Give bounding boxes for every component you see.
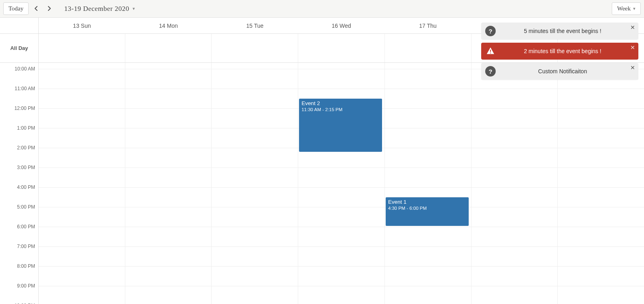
hour-label: 11:00 AM: [15, 86, 35, 91]
day-column[interactable]: [558, 63, 644, 304]
hour-label: 5:00 PM: [17, 204, 35, 210]
hour-gridline: [212, 246, 298, 247]
prev-button[interactable]: [31, 3, 42, 14]
time-gutter: 12:00 AM1:00 AM2:00 AM3:00 AM4:00 AM5:00…: [0, 63, 39, 304]
hour-gridline: [125, 227, 212, 227]
hour-gridline: [39, 108, 125, 109]
hour-gridline: [39, 207, 125, 207]
calendar-event[interactable]: Event 14:30 PM - 6:00 PM: [386, 197, 469, 226]
view-picker[interactable]: Week ▾: [612, 2, 641, 15]
chevron-down-icon: ▾: [133, 6, 135, 11]
hour-gridline: [298, 69, 384, 69]
hour-gridline: [212, 286, 298, 286]
toast: ?Custom Notificaiton✕: [481, 63, 638, 80]
hour-label: 8:00 PM: [17, 263, 35, 269]
hour-gridline: [298, 266, 384, 267]
allday-cell[interactable]: [125, 34, 212, 62]
day-header-label: 16 Wed: [332, 23, 351, 29]
day-column[interactable]: [125, 63, 212, 304]
hour-gridline: [125, 148, 212, 148]
warning-icon: [485, 46, 496, 56]
chevron-down-icon: ▾: [633, 6, 636, 11]
hour-gridline: [39, 246, 125, 247]
toast-message: Custom Notificaiton: [501, 68, 625, 74]
hour-gridline: [39, 266, 125, 267]
calendar-event[interactable]: Event 211:30 AM - 2:15 PM: [299, 99, 382, 152]
toast-message: 5 minutes till the event begins !: [501, 28, 625, 34]
hour-gridline: [385, 286, 471, 286]
day-header[interactable]: 13 Sun: [39, 18, 125, 33]
hour-gridline: [385, 69, 471, 69]
hour-gridline: [212, 207, 298, 207]
allday-cell[interactable]: [385, 34, 472, 62]
hour-gridline: [472, 108, 558, 109]
hour-gridline: [385, 89, 471, 89]
allday-label: All Day: [0, 34, 39, 62]
hour-gridline: [558, 128, 644, 128]
day-header[interactable]: 17 Thu: [384, 18, 471, 33]
day-column[interactable]: Event 14:30 PM - 6:00 PM: [385, 63, 472, 304]
hour-gridline: [212, 148, 298, 148]
hour-gridline: [558, 89, 644, 89]
day-header[interactable]: 16 Wed: [298, 18, 385, 33]
hour-gridline: [472, 148, 558, 148]
event-time: 11:30 AM - 2:15 PM: [301, 107, 380, 112]
toast: ?5 minutes till the event begins !✕: [481, 23, 638, 39]
hour-label: 2:00 PM: [17, 145, 35, 151]
hour-gridline: [558, 148, 644, 148]
hour-gridline: [212, 128, 298, 128]
chevron-right-icon: [47, 6, 51, 12]
hour-gridline: [212, 227, 298, 227]
allday-label-text: All Day: [10, 45, 28, 51]
day-header-label: 17 Thu: [419, 23, 436, 29]
hour-gridline: [39, 148, 125, 148]
hour-gridline: [472, 168, 558, 168]
hour-gridline: [472, 128, 558, 128]
date-range-label: 13-19 December 2020: [64, 5, 129, 13]
hour-label: 12:00 PM: [15, 105, 35, 111]
hour-gridline: [558, 227, 644, 227]
hour-gridline: [558, 207, 644, 207]
day-header[interactable]: 14 Mon: [125, 18, 212, 33]
hour-label: 7:00 PM: [17, 244, 35, 249]
svg-rect-0: [490, 50, 491, 52]
hour-gridline: [385, 128, 471, 128]
hour-gridline: [212, 108, 298, 109]
day-column[interactable]: Event 211:30 AM - 2:15 PM: [298, 63, 385, 304]
hour-gridline: [298, 227, 384, 227]
day-header-label: 13 Sun: [73, 23, 91, 29]
next-button[interactable]: [44, 3, 54, 14]
hour-label: 1:00 PM: [17, 125, 35, 131]
day-header[interactable]: 15 Tue: [212, 18, 298, 33]
hour-gridline: [125, 286, 212, 286]
hour-gridline: [298, 168, 384, 168]
hour-gridline: [298, 89, 384, 89]
time-grid-scroll[interactable]: 12:00 AM1:00 AM2:00 AM3:00 AM4:00 AM5:00…: [0, 63, 644, 304]
hour-gridline: [212, 187, 298, 188]
date-range-picker[interactable]: 13-19 December 2020 ▾: [64, 5, 135, 13]
toast-message: 2 minutes till the event begins !: [501, 48, 625, 54]
allday-cell[interactable]: [298, 34, 385, 62]
hour-gridline: [39, 286, 125, 286]
hour-gridline: [125, 266, 212, 267]
close-icon[interactable]: ✕: [630, 24, 635, 31]
day-header-label: 14 Mon: [159, 23, 178, 29]
allday-cell[interactable]: [39, 34, 125, 62]
hour-gridline: [298, 187, 384, 188]
day-header-label: 15 Tue: [246, 23, 264, 29]
day-column[interactable]: [472, 63, 558, 304]
question-icon: ?: [485, 66, 496, 77]
hour-gridline: [385, 266, 471, 267]
allday-cell[interactable]: [212, 34, 298, 62]
hour-gridline: [298, 246, 384, 247]
today-button-label: Today: [8, 5, 23, 12]
today-button[interactable]: Today: [3, 2, 29, 15]
hour-gridline: [558, 266, 644, 267]
hour-gridline: [472, 266, 558, 267]
day-column[interactable]: [39, 63, 125, 304]
hour-label: 10:00 AM: [15, 66, 35, 72]
close-icon[interactable]: ✕: [630, 44, 635, 51]
hour-gridline: [558, 108, 644, 109]
close-icon[interactable]: ✕: [630, 64, 635, 71]
day-column[interactable]: [212, 63, 298, 304]
